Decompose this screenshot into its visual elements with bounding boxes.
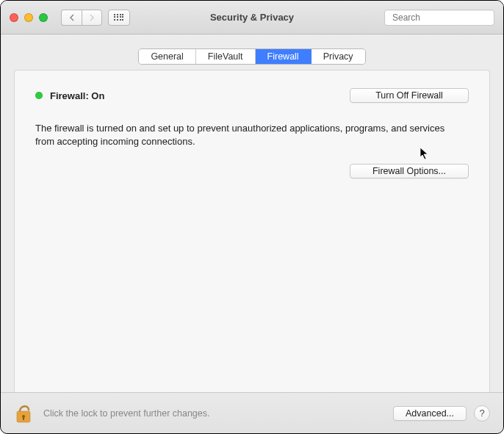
search-input[interactable] (392, 12, 503, 23)
tab-filevault[interactable]: FileVault (196, 49, 256, 64)
firewall-status-label: Firewall: On (50, 90, 104, 101)
tab-privacy[interactable]: Privacy (312, 49, 365, 64)
help-icon: ? (479, 408, 484, 419)
window-controls (10, 13, 48, 22)
tab-firewall[interactable]: Firewall (256, 49, 312, 64)
firewall-description: The firewall is turned on and set up to … (35, 122, 447, 148)
search-field[interactable] (384, 10, 494, 26)
lock-button[interactable] (11, 401, 36, 426)
firewall-panel: Firewall: On Turn Off Firewall The firew… (14, 70, 490, 392)
grid-icon (114, 14, 124, 21)
status-indicator-icon (35, 92, 43, 99)
nav-buttons (61, 10, 102, 26)
lock-hint: Click the lock to prevent further change… (43, 408, 210, 419)
cursor-icon (420, 147, 430, 162)
preferences-window: Security & Privacy General FileVault Fir… (0, 0, 504, 434)
titlebar: Security & Privacy (1, 1, 503, 35)
tab-general[interactable]: General (139, 49, 195, 64)
svg-rect-4 (23, 417, 24, 420)
advanced-button[interactable]: Advanced... (393, 406, 467, 421)
chevron-right-icon (89, 14, 95, 21)
back-button[interactable] (61, 10, 82, 26)
forward-button[interactable] (82, 10, 102, 26)
close-window-button[interactable] (10, 13, 18, 22)
show-all-button[interactable] (108, 10, 130, 26)
chevron-left-icon (69, 14, 75, 21)
tabs: General FileVault Firewall Privacy (1, 49, 503, 64)
turn-off-firewall-button[interactable]: Turn Off Firewall (350, 88, 469, 103)
minimize-window-button[interactable] (24, 13, 33, 22)
footer: Click the lock to prevent further change… (1, 392, 503, 433)
body: General FileVault Firewall Privacy Firew… (1, 35, 503, 433)
zoom-window-button[interactable] (39, 13, 48, 22)
status-row: Firewall: On Turn Off Firewall (35, 88, 469, 103)
options-row: Firewall Options... (35, 164, 469, 178)
unlocked-lock-icon (14, 402, 33, 424)
firewall-options-button[interactable]: Firewall Options... (350, 164, 469, 178)
help-button[interactable]: ? (474, 405, 490, 422)
